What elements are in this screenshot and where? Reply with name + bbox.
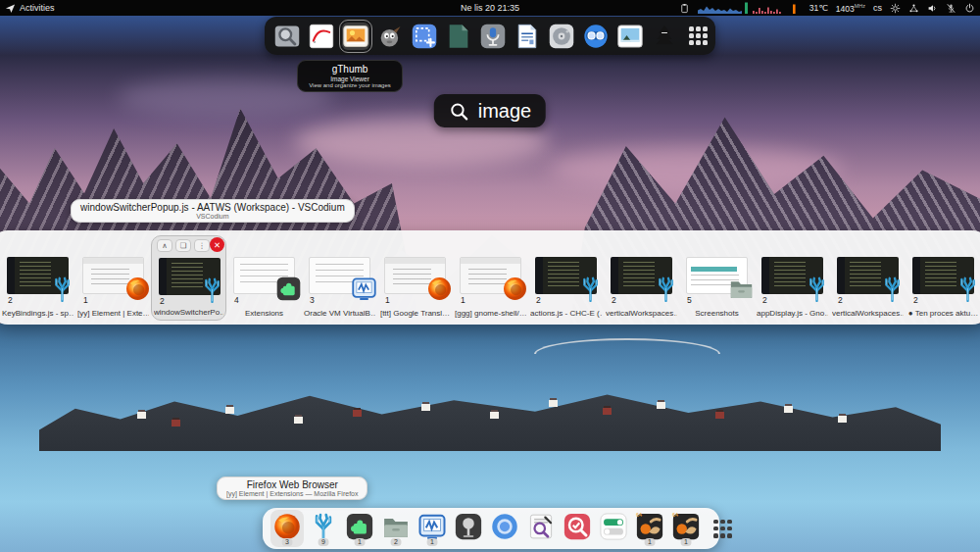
window-item[interactable]: 2 actions.js - CHC-E (…	[528, 235, 604, 321]
window-item[interactable]: 2 appDisplay.js - Gno…	[755, 235, 830, 321]
gimp-icon[interactable]	[376, 23, 404, 50]
window-item[interactable]: 2 verticalWorkspaces…	[604, 235, 679, 321]
dock-item-app-64[interactable]: 64 1	[633, 510, 666, 547]
tooltip-title: windowSwitcherPopup.js - AATWS (Workspac…	[80, 202, 345, 213]
window-title: ● Ten proces aktu…	[907, 309, 979, 318]
vscodium-icon	[879, 276, 906, 302]
window-item-controls: ∧ ❏ ⋮	[157, 239, 210, 252]
activities-button[interactable]: Activities	[5, 3, 55, 14]
clipboard-icon[interactable]	[679, 3, 690, 14]
firefox-icon	[426, 276, 453, 302]
extensions-icon	[345, 512, 374, 541]
screenshot-selection-app-icon[interactable]	[411, 23, 438, 50]
window-switcher-tooltip: windowSwitcherPopup.js - AATWS (Workspac…	[71, 199, 355, 223]
vscodium-icon	[653, 276, 679, 302]
window-count-badge: 1	[385, 295, 390, 305]
dock-item-vscodium[interactable]: 9	[307, 510, 340, 547]
dock-item-extensions[interactable]: 1	[343, 510, 376, 547]
show-applications-icon[interactable]	[689, 26, 708, 45]
gthumb-icon[interactable]	[342, 23, 369, 50]
window-item[interactable]: 4 Extensions	[226, 235, 302, 321]
vscodium-icon	[309, 512, 338, 541]
microphone-app-icon[interactable]	[479, 23, 507, 50]
window-title: appDisplay.js - Gno…	[757, 309, 828, 318]
cpu-frequency[interactable]: 1403MHz	[836, 3, 865, 14]
firefox-icon	[502, 276, 528, 302]
dock-item-virtualbox[interactable]: 1	[416, 510, 449, 547]
dock-item-czkawka[interactable]	[561, 510, 594, 547]
vscodium-icon	[577, 276, 604, 302]
window-menu-button[interactable]: ⋮	[194, 239, 210, 252]
power-icon[interactable]	[964, 3, 975, 14]
green-document-app-icon[interactable]	[445, 23, 472, 50]
window-count-badge: 2	[160, 296, 165, 306]
window-title: Extensions	[228, 309, 300, 318]
search-query[interactable]: image	[478, 99, 531, 123]
brightness-icon[interactable]	[890, 3, 901, 14]
blue-sphere-app-icon[interactable]	[582, 23, 610, 50]
dock-item-app-64[interactable]: 64 1	[669, 510, 703, 547]
inkscape-icon[interactable]	[651, 23, 678, 50]
network-icon[interactable]	[908, 3, 919, 14]
window-close-button[interactable]: ✕	[210, 237, 224, 252]
firefox-icon	[124, 276, 151, 302]
drawing-app-icon[interactable]	[308, 23, 335, 50]
window-item[interactable]: 5 Screenshots	[679, 235, 755, 321]
dock-item-files[interactable]: 2	[379, 510, 413, 547]
window-item[interactable]: 1 [yy] Element | Exte…	[75, 235, 151, 321]
writer-document-app-icon[interactable]	[514, 23, 541, 50]
activities-label: Activities	[20, 3, 55, 13]
window-pin-button[interactable]: ❏	[175, 239, 191, 252]
pin-app-icon	[454, 512, 483, 541]
window-title: verticalWorkspaces…	[606, 309, 677, 318]
dock-item-pin-app[interactable]	[452, 510, 485, 547]
search-overlay[interactable]: image	[434, 94, 546, 127]
tooltip-subtitle: VSCodium	[80, 213, 345, 220]
vscodium-icon	[49, 276, 75, 302]
dock-tooltip: Firefox Web Browser [yy] Element | Exten…	[217, 477, 368, 500]
window-title: [ttt] Google Transl…	[379, 309, 451, 318]
top-bar: Activities Ne lis 20 21:35 31℃ 1403MHz c…	[0, 0, 980, 16]
cpu-temperature[interactable]: 31℃	[809, 3, 828, 13]
app-64-label: 64	[672, 512, 678, 518]
disks-app-icon[interactable]	[548, 23, 575, 50]
dock: 3 9 1 2 1	[263, 508, 719, 549]
window-item[interactable]: 2 KeyBindings.js - sp…	[0, 235, 75, 321]
magnifier-app-icon[interactable]	[273, 23, 301, 50]
photo-viewer-app-icon[interactable]	[616, 23, 644, 50]
window-count-badge: 2	[838, 295, 843, 305]
window-count-badge: 2	[913, 295, 918, 305]
system-monitor-graph[interactable]	[698, 2, 802, 14]
window-item[interactable]: 2 verticalWorkspaces…	[830, 235, 906, 321]
document-magnifier-icon	[526, 512, 556, 541]
window-title: [ggg] gnome-shell/…	[455, 309, 526, 318]
dock-badge: 1	[645, 538, 656, 547]
tooltip-title: gThumb	[302, 64, 398, 75]
extensions-icon	[275, 276, 302, 302]
window-above-button[interactable]: ∧	[157, 239, 172, 252]
dock-item-tweaks[interactable]	[597, 510, 630, 547]
tweaks-icon	[599, 512, 628, 541]
window-item-selected[interactable]: ∧ ❏ ⋮ ✕ 2 windowSwitcherPo…	[151, 235, 226, 321]
keyboard-layout-indicator[interactable]: cs	[873, 3, 882, 13]
firefox-icon	[272, 512, 302, 541]
dock-item-chromium[interactable]	[488, 510, 521, 547]
dock-item-firefox[interactable]: 3	[270, 510, 304, 547]
window-count-badge: 1	[83, 295, 88, 305]
window-item[interactable]: 2 ● Ten proces aktu…	[906, 235, 980, 321]
window-count-badge: 2	[536, 295, 541, 305]
volume-icon[interactable]	[927, 3, 938, 14]
window-item[interactable]: 1 [ttt] Google Transl…	[377, 235, 453, 321]
show-applications-icon[interactable]	[713, 520, 732, 538]
dock-item-document-magnifier[interactable]	[524, 510, 558, 547]
window-count-badge: 2	[762, 295, 767, 305]
app-64-label: 64	[636, 512, 642, 518]
mic-muted-icon[interactable]	[946, 3, 956, 14]
app-switcher-bar	[265, 17, 715, 55]
window-count-badge: 4	[234, 295, 239, 305]
virtualbox-icon	[351, 276, 377, 302]
window-item[interactable]: 1 [ggg] gnome-shell/…	[453, 235, 528, 321]
window-item[interactable]: 3 Oracle VM VirtualB…	[302, 235, 377, 321]
files-icon	[728, 276, 755, 302]
window-title: [yy] Element | Exte…	[77, 309, 149, 318]
